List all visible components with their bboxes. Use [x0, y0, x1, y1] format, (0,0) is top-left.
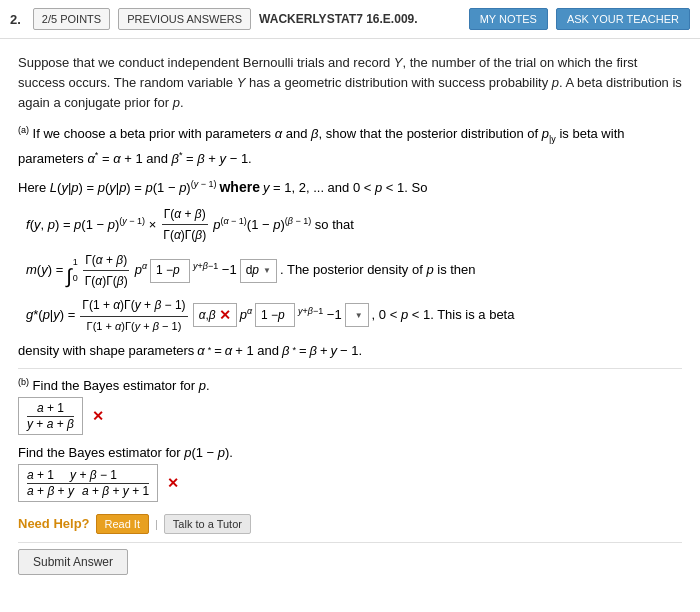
part-b-label: (b)	[18, 377, 29, 387]
problem-statement: Suppose that we conduct independent Bern…	[18, 53, 682, 113]
m-line: m(y) = ∫ 1 0 Γ(α + β) Γ(α)Γ(β) pα 1 − p	[26, 250, 682, 292]
dropdown-dp[interactable]: dp	[240, 259, 277, 283]
here-line: Here L(y|p) = p(y|p) = p(1 − p)(y − 1) w…	[18, 176, 682, 200]
talk-to-tutor-button[interactable]: Talk to a Tutor	[164, 514, 251, 534]
input-alpha-beta[interactable]: α,β ✕	[193, 303, 237, 327]
part-a-label: (a)	[18, 125, 29, 135]
submit-answer-button[interactable]: Submit Answer	[18, 549, 128, 575]
page: 2. 2/5 POINTS PREVIOUS ANSWERS WACKERLYS…	[0, 0, 700, 612]
density-desc: density with shape parameters α* = α + 1…	[18, 340, 682, 362]
header: 2. 2/5 POINTS PREVIOUS ANSWERS WACKERLYS…	[0, 0, 700, 39]
assignment-title: WACKERLYSTAT7 16.E.009.	[259, 12, 461, 26]
input-1-p[interactable]: 1 − p	[150, 259, 190, 283]
f-line: f(y, p) = p(1 − p)(y − 1) × Γ(α + β) Γ(α…	[26, 204, 682, 246]
part-b: (b) Find the Bayes estimator for p.	[18, 377, 682, 393]
clear-alpha-beta[interactable]: ✕	[219, 304, 231, 328]
answer-box-p: a + 1 y + a + β	[18, 397, 83, 435]
answer-row-p1mp: a + 1 y + β − 1 a + β + y a + β + y + 1 …	[18, 464, 682, 502]
content-area: Suppose that we conduct independent Bern…	[0, 39, 700, 585]
need-help-section: Need Help? Read It | Talk to a Tutor	[18, 514, 682, 534]
ask-teacher-button[interactable]: ASK YOUR TEACHER	[556, 8, 690, 30]
read-it-button[interactable]: Read It	[96, 514, 149, 534]
submit-area: Submit Answer	[18, 549, 682, 575]
part-a-block: (a) If we choose a beta prior with param…	[18, 123, 682, 361]
clear-answer-p[interactable]: ✕	[92, 408, 104, 424]
input-1-p-2[interactable]: 1 − p	[255, 303, 295, 327]
dropdown-result[interactable]	[345, 303, 369, 327]
previous-answers-button[interactable]: PREVIOUS ANSWERS	[118, 8, 251, 30]
answer-box-p1mp: a + 1 y + β − 1 a + β + y a + β + y + 1	[18, 464, 158, 502]
points-button[interactable]: 2/5 POINTS	[33, 8, 110, 30]
question-number: 2.	[10, 12, 21, 27]
g-star-line: g*(p|y) = Γ(1 + α)Γ(y + β − 1) Γ(1 + α)Γ…	[26, 295, 682, 335]
my-notes-button[interactable]: MY NOTES	[469, 8, 548, 30]
answer-row-p: a + 1 y + a + β ✕	[18, 397, 682, 435]
need-help-label: Need Help?	[18, 516, 90, 531]
part-b2: Find the Bayes estimator for p(1 − p).	[18, 445, 682, 460]
clear-answer-p1mp[interactable]: ✕	[167, 475, 179, 491]
